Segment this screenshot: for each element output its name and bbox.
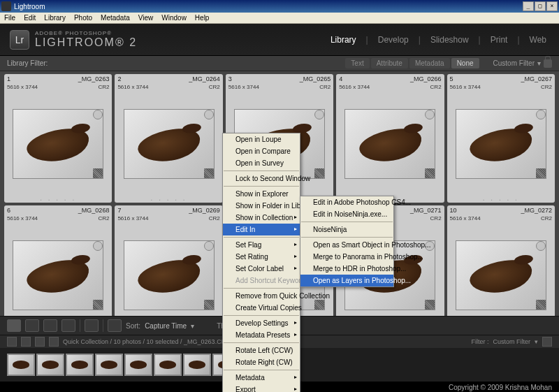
menu-item-remove-from-quick-collection[interactable]: Remove from Quick Collection bbox=[223, 290, 300, 302]
menu-item-metadata[interactable]: Metadata bbox=[223, 372, 300, 384]
survey-view-button[interactable] bbox=[61, 319, 75, 332]
menu-item-noiseninja[interactable]: NoiseNinja bbox=[300, 224, 393, 235]
menu-item-merge-to-panorama-in-photoshop[interactable]: Merge to Panorama in Photoshop... bbox=[300, 251, 393, 263]
menu-item-edit-in[interactable]: Edit In bbox=[223, 224, 300, 235]
grid-cell[interactable]: 1 _MG_0263 5616 x 3744 CR2 . . . . . bbox=[4, 74, 112, 203]
thumbnail-image bbox=[124, 240, 215, 310]
filmstrip-thumb[interactable] bbox=[7, 354, 35, 376]
second-window-button[interactable] bbox=[7, 337, 17, 347]
grid-view-button[interactable] bbox=[7, 319, 21, 332]
forward-button[interactable] bbox=[49, 337, 59, 347]
quick-collection-marker[interactable] bbox=[93, 110, 103, 119]
cell-filename: _MG_0268 bbox=[78, 207, 110, 214]
filter-tab-metadata[interactable]: Metadata bbox=[409, 58, 450, 68]
loupe-view-button[interactable] bbox=[25, 319, 39, 332]
quick-collection-marker[interactable] bbox=[425, 110, 435, 119]
filter-value[interactable]: Custom Filter bbox=[493, 338, 530, 345]
menu-photo[interactable]: Photo bbox=[70, 14, 96, 22]
menu-item-export[interactable]: Export bbox=[223, 384, 300, 392]
menu-item-open-in-compare[interactable]: Open in Compare bbox=[223, 145, 300, 157]
grid-cell[interactable]: 6 _MG_0268 5616 x 3744 CR2 . . . . . bbox=[4, 205, 112, 316]
module-slideshow[interactable]: Slideshow bbox=[428, 34, 472, 46]
menu-item-open-in-loupe[interactable]: Open in Loupe bbox=[223, 133, 300, 145]
sort-direction-button[interactable] bbox=[108, 319, 122, 332]
rating-dots[interactable]: . . . . . bbox=[4, 194, 112, 203]
menu-item-rotate-right-cw[interactable]: Rotate Right (CW) bbox=[223, 356, 300, 368]
menu-item-develop-settings[interactable]: Develop Settings bbox=[223, 317, 300, 329]
grid-nav-button[interactable] bbox=[21, 337, 31, 347]
menu-item-show-in-explorer[interactable]: Show in Explorer bbox=[223, 188, 300, 200]
menu-item-open-as-layers-in-photoshop[interactable]: Open as Layers in Photoshop... bbox=[300, 275, 393, 286]
menu-library[interactable]: Library bbox=[40, 14, 70, 22]
lock-icon[interactable] bbox=[544, 59, 552, 68]
filter-tab-none[interactable]: None bbox=[451, 58, 479, 68]
back-button[interactable] bbox=[35, 337, 45, 347]
grid-cell[interactable]: 10 _MG_0272 5616 x 3744 CR2 . . . . . bbox=[447, 205, 555, 316]
menu-item-lock-to-second-window[interactable]: Lock to Second Window bbox=[223, 173, 300, 184]
minimize-button[interactable]: _ bbox=[523, 1, 534, 11]
menu-item-show-in-collection[interactable]: Show in Collection bbox=[223, 212, 300, 224]
sort-value[interactable]: Capture Time bbox=[145, 322, 187, 330]
menu-item-set-rating[interactable]: Set Rating bbox=[223, 251, 300, 263]
menu-window[interactable]: Window bbox=[157, 14, 191, 22]
rating-dots[interactable]: . . . . . bbox=[447, 194, 555, 203]
quick-collection-marker[interactable] bbox=[314, 110, 324, 119]
cell-dimensions: 5616 x 3744 bbox=[117, 84, 148, 90]
cell-dimensions: 5616 x 3744 bbox=[339, 84, 370, 90]
menu-file[interactable]: File bbox=[0, 14, 20, 22]
menu-edit[interactable]: Edit bbox=[20, 14, 40, 22]
menu-item-open-in-survey[interactable]: Open in Survey bbox=[223, 157, 300, 169]
cell-dimensions: 5616 x 3744 bbox=[117, 215, 148, 222]
menu-item-merge-to-hdr-in-photoshop[interactable]: Merge to HDR in Photoshop... bbox=[300, 263, 393, 275]
cell-index: 7 bbox=[117, 207, 121, 214]
menu-metadata[interactable]: Metadata bbox=[96, 14, 134, 22]
close-button[interactable]: × bbox=[546, 1, 558, 11]
thumbnail-image bbox=[344, 109, 435, 179]
menu-item-open-as-smart-object-in-photoshop[interactable]: Open as Smart Object in Photoshop... bbox=[300, 239, 393, 251]
compare-view-button[interactable] bbox=[43, 319, 57, 332]
quick-collection-marker[interactable] bbox=[536, 241, 546, 251]
filter-switch[interactable] bbox=[542, 337, 552, 347]
filter-tab-text[interactable]: Text bbox=[345, 58, 369, 68]
grid-cell[interactable]: 4 _MG_0266 5616 x 3744 CR2 . . . . . bbox=[336, 74, 444, 203]
grid-cell[interactable]: 5 _MG_0267 5616 x 3744 CR2 . . . . . bbox=[447, 74, 555, 203]
cell-extension: CR2 bbox=[541, 84, 552, 90]
menu-item-metadata-presets[interactable]: Metadata Presets bbox=[223, 329, 300, 341]
titlebar: Lightroom _ □ × bbox=[0, 0, 559, 13]
menu-item-set-color-label[interactable]: Set Color Label bbox=[223, 263, 300, 275]
filmstrip-thumb[interactable] bbox=[183, 354, 211, 376]
quick-collection-marker[interactable] bbox=[93, 241, 103, 251]
cell-corner-icon bbox=[425, 168, 435, 178]
filmstrip-thumb[interactable] bbox=[154, 354, 182, 376]
menu-item-rotate-left-ccw[interactable]: Rotate Left (CCW) bbox=[223, 344, 300, 356]
module-print[interactable]: Print bbox=[488, 34, 511, 46]
filmstrip-thumb[interactable] bbox=[124, 354, 152, 376]
menu-view[interactable]: View bbox=[134, 14, 158, 22]
quick-collection-marker[interactable] bbox=[204, 241, 214, 251]
filter-label-2: Filter : bbox=[471, 338, 488, 345]
module-develop[interactable]: Develop bbox=[375, 34, 412, 46]
quick-collection-marker[interactable] bbox=[204, 110, 214, 119]
filmstrip-thumb[interactable] bbox=[66, 354, 94, 376]
menu-item-show-in-folder-in-library[interactable]: Show in Folder in Library bbox=[223, 200, 300, 212]
custom-filter-dropdown[interactable]: Custom Filter▾ bbox=[493, 59, 552, 68]
cell-filename: _MG_0265 bbox=[300, 75, 331, 82]
module-web[interactable]: Web bbox=[527, 34, 549, 46]
filter-tabs: TextAttributeMetadataNone bbox=[345, 58, 479, 68]
filter-tab-attribute[interactable]: Attribute bbox=[371, 58, 408, 68]
cell-extension: CR2 bbox=[98, 84, 109, 90]
quick-collection-marker[interactable] bbox=[536, 110, 546, 119]
menu-item-edit-in-adobe-photoshop-cs4[interactable]: Edit in Adobe Photoshop CS4... bbox=[300, 196, 393, 208]
painter-tool-button[interactable] bbox=[85, 319, 99, 332]
menu-item-create-virtual-copies[interactable]: Create Virtual Copies bbox=[223, 302, 300, 314]
menu-item-set-flag[interactable]: Set Flag bbox=[223, 239, 300, 251]
filmstrip-thumb[interactable] bbox=[36, 354, 64, 376]
maximize-button[interactable]: □ bbox=[535, 1, 546, 11]
grid-cell[interactable]: 2 _MG_0264 5616 x 3744 CR2 . . . . . bbox=[115, 74, 222, 203]
rating-dots[interactable]: . . . . . bbox=[115, 194, 222, 203]
module-library[interactable]: Library bbox=[328, 34, 359, 46]
grid-cell[interactable]: 7 _MG_0269 5616 x 3744 CR2 . . . . . bbox=[115, 205, 222, 316]
filmstrip-thumb[interactable] bbox=[95, 354, 123, 376]
menu-help[interactable]: Help bbox=[191, 14, 214, 22]
menu-item-edit-in-noiseninja-exe[interactable]: Edit in NoiseNinja.exe... bbox=[300, 208, 393, 220]
